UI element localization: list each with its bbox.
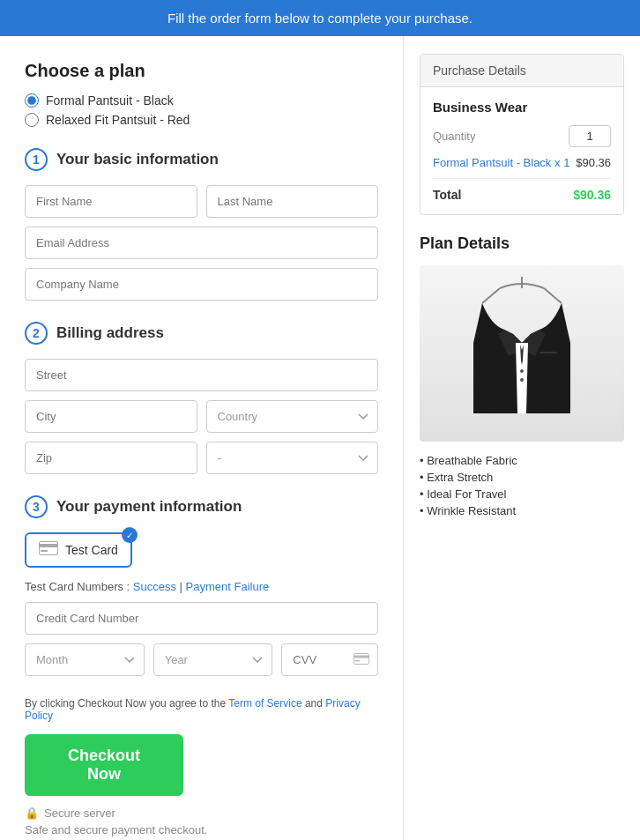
email-row bbox=[25, 227, 378, 259]
svg-rect-5 bbox=[355, 660, 361, 662]
purchase-details-header: Purchase Details bbox=[420, 55, 623, 87]
choose-plan-title: Choose a plan bbox=[25, 61, 378, 81]
plan-features-list: Breathable FabricExtra StretchIdeal For … bbox=[420, 454, 624, 517]
svg-point-7 bbox=[520, 369, 524, 373]
state-select[interactable]: - CA NY TX bbox=[206, 442, 379, 474]
plan-radio-group: Formal Pantsuit - Black Relaxed Fit Pant… bbox=[25, 93, 378, 127]
plan-feature-item: Wrinkle Resistant bbox=[420, 504, 624, 517]
section2-number: 2 bbox=[25, 322, 48, 345]
billing-section: 2 Billing address Country United States … bbox=[25, 322, 378, 474]
item-name-text: Formal Pantsuit - Black x bbox=[433, 156, 561, 169]
quantity-input[interactable] bbox=[569, 125, 611, 147]
quantity-row: Quantity bbox=[433, 125, 611, 147]
total-row: Total $90.36 bbox=[433, 188, 611, 202]
test-card-numbers-row: Test Card Numbers : Success | Payment Fa… bbox=[25, 580, 378, 593]
section2-header: 2 Billing address bbox=[25, 322, 378, 345]
svg-point-8 bbox=[520, 378, 524, 382]
svg-rect-1 bbox=[39, 544, 58, 547]
top-banner: Fill the order form below to complete yo… bbox=[0, 0, 640, 36]
section1-number: 1 bbox=[25, 148, 48, 171]
zip-state-row: - CA NY TX bbox=[25, 442, 378, 474]
plan-details: Plan Details bbox=[420, 234, 624, 517]
city-country-row: Country United States United Kingdom Can… bbox=[25, 400, 378, 433]
first-name-input[interactable] bbox=[25, 185, 197, 218]
checkout-button[interactable]: Checkout Now bbox=[25, 734, 183, 796]
section3-number: 3 bbox=[25, 495, 48, 518]
business-wear-title: Business Wear bbox=[433, 100, 611, 115]
page-wrapper: Fill the order form below to complete yo… bbox=[0, 0, 640, 840]
card-label: Test Card bbox=[65, 543, 118, 557]
safe-text: Safe and secure payment checkout. bbox=[25, 823, 378, 836]
test-card-option[interactable]: Test Card ✓ bbox=[25, 532, 132, 568]
plan-radio-1[interactable] bbox=[25, 93, 39, 108]
cc-number-input[interactable] bbox=[25, 602, 378, 635]
svg-rect-4 bbox=[353, 655, 369, 658]
street-input[interactable] bbox=[25, 359, 378, 391]
country-select[interactable]: Country United States United Kingdom Can… bbox=[206, 400, 379, 433]
basic-info-section: 1 Your basic information bbox=[25, 148, 378, 301]
cvv-wrapper bbox=[281, 643, 378, 676]
purchase-details-box: Purchase Details Business Wear Quantity … bbox=[420, 54, 624, 215]
item-price: $90.36 bbox=[576, 156, 611, 169]
street-row bbox=[25, 359, 378, 391]
tos-link[interactable]: Term of Service bbox=[228, 697, 301, 710]
failure-link[interactable]: Payment Failure bbox=[186, 580, 270, 593]
plan-option-1[interactable]: Formal Pantsuit - Black bbox=[25, 93, 378, 108]
left-panel: Choose a plan Formal Pantsuit - Black Re… bbox=[0, 36, 404, 840]
total-label: Total bbox=[433, 188, 461, 202]
secure-server-row: 🔒 Secure server bbox=[25, 807, 378, 820]
section3-header: 3 Your payment information bbox=[25, 495, 378, 518]
year-select[interactable]: Year 2024 2025 2026 2027 bbox=[153, 643, 273, 676]
section1-title: Your basic information bbox=[56, 151, 219, 168]
plan-option-1-label: Formal Pantsuit - Black bbox=[46, 93, 174, 108]
company-row bbox=[25, 268, 378, 301]
lock-icon: 🔒 bbox=[25, 807, 39, 820]
main-content: Choose a plan Formal Pantsuit - Black Re… bbox=[0, 36, 640, 840]
terms-prefix: By clicking Checkout Now you agree to th… bbox=[25, 697, 228, 710]
plan-feature-item: Breathable Fabric bbox=[420, 454, 624, 467]
banner-text: Fill the order form below to complete yo… bbox=[167, 11, 473, 26]
success-link[interactable]: Success bbox=[133, 580, 176, 593]
item-name: Formal Pantsuit - Black x 1 bbox=[433, 156, 569, 169]
terms-middle: and bbox=[302, 697, 326, 710]
name-row bbox=[25, 185, 378, 218]
month-select[interactable]: Month 01 02 03 04 05 06 07 08 09 10 11 1… bbox=[25, 643, 145, 676]
total-value: $90.36 bbox=[573, 188, 611, 202]
svg-rect-9 bbox=[540, 352, 557, 353]
svg-rect-0 bbox=[40, 542, 58, 555]
plan-feature-item: Extra Stretch bbox=[420, 471, 624, 484]
choose-plan-section: Choose a plan Formal Pantsuit - Black Re… bbox=[25, 61, 378, 127]
item-qty-link: 1 bbox=[563, 156, 569, 169]
expiry-row: Month 01 02 03 04 05 06 07 08 09 10 11 1… bbox=[25, 643, 378, 676]
secure-server-text: Secure server bbox=[44, 807, 115, 820]
zip-input[interactable] bbox=[25, 442, 197, 474]
section1-header: 1 Your basic information bbox=[25, 148, 378, 171]
email-input[interactable] bbox=[25, 227, 378, 259]
section2-title: Billing address bbox=[56, 324, 164, 342]
plan-option-2[interactable]: Relaxed Fit Pantsuit - Red bbox=[25, 113, 378, 127]
purchase-details-body: Business Wear Quantity Formal Pantsuit -… bbox=[420, 87, 623, 214]
plan-option-2-label: Relaxed Fit Pantsuit - Red bbox=[46, 113, 190, 127]
terms-text: By clicking Checkout Now you agree to th… bbox=[25, 697, 378, 722]
right-panel: Purchase Details Business Wear Quantity … bbox=[404, 36, 640, 840]
check-badge: ✓ bbox=[122, 527, 138, 543]
card-icon bbox=[39, 541, 58, 559]
plan-details-title: Plan Details bbox=[420, 234, 624, 253]
last-name-input[interactable] bbox=[206, 185, 379, 218]
plan-radio-2[interactable] bbox=[25, 113, 39, 127]
section3-title: Your payment information bbox=[56, 498, 242, 516]
cvv-card-icon bbox=[353, 653, 369, 667]
company-input[interactable] bbox=[25, 268, 378, 301]
svg-rect-2 bbox=[41, 550, 48, 552]
test-card-label: Test Card Numbers : bbox=[25, 580, 133, 593]
quantity-label: Quantity bbox=[433, 130, 475, 143]
payment-section: 3 Your payment information Test Card ✓ bbox=[25, 495, 378, 676]
item-row: Formal Pantsuit - Black x 1 $90.36 bbox=[433, 156, 611, 179]
suit-image bbox=[420, 265, 624, 442]
city-input[interactable] bbox=[25, 400, 197, 433]
plan-feature-item: Ideal For Travel bbox=[420, 487, 624, 501]
svg-rect-3 bbox=[354, 653, 369, 664]
